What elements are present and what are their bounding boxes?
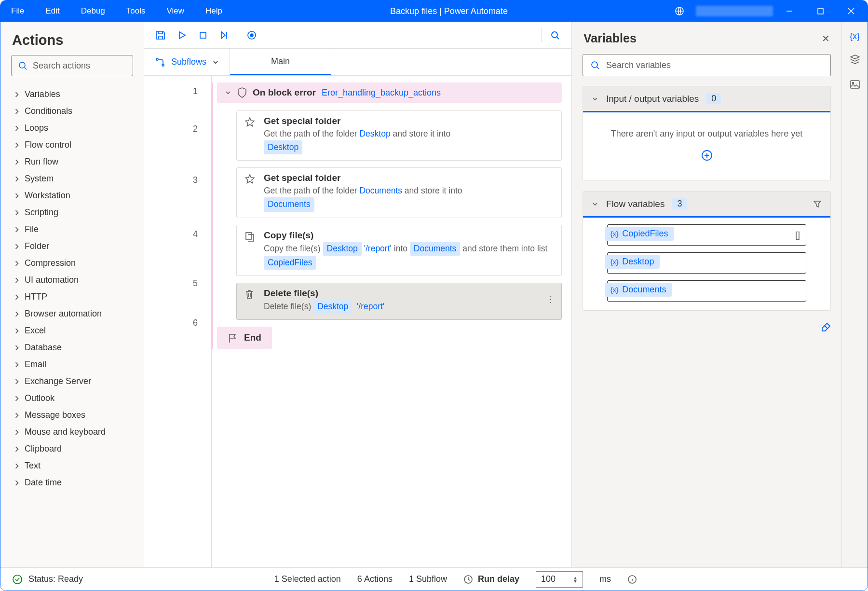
svg-point-5 bbox=[250, 34, 253, 37]
actions-search-placeholder: Search actions bbox=[33, 61, 90, 71]
run-button[interactable] bbox=[171, 25, 192, 46]
account-label[interactable] bbox=[696, 6, 773, 16]
chevron-right-icon bbox=[14, 480, 20, 486]
tree-label: Excel bbox=[25, 326, 46, 336]
step-button[interactable] bbox=[214, 25, 235, 46]
chevron-right-icon bbox=[14, 429, 20, 435]
on-block-error-header[interactable]: On block error Eror_handling_backup_acti… bbox=[217, 82, 562, 103]
tree-file[interactable]: File bbox=[0, 221, 144, 238]
close-variables-button[interactable]: ✕ bbox=[822, 33, 830, 44]
svg-rect-12 bbox=[851, 81, 859, 88]
chevron-right-icon bbox=[14, 159, 20, 165]
tree-date-time[interactable]: Date time bbox=[0, 474, 144, 491]
close-button[interactable] bbox=[837, 0, 866, 22]
rail-variables-button[interactable]: {x} bbox=[850, 31, 860, 41]
rail-images-button[interactable] bbox=[850, 80, 860, 92]
tree-label: Compression bbox=[25, 258, 76, 268]
search-flow-button[interactable] bbox=[544, 25, 566, 46]
tree-http[interactable]: HTTP bbox=[0, 289, 144, 305]
tree-variables[interactable]: Variables bbox=[0, 86, 144, 103]
tree-workstation[interactable]: Workstation bbox=[0, 187, 144, 204]
variables-search-placeholder: Search variables bbox=[606, 60, 671, 70]
step-get-special-folder-1[interactable]: Get special folder Get the path of the f… bbox=[236, 110, 562, 161]
clear-variables-button[interactable] bbox=[811, 321, 841, 340]
menu-debug[interactable]: Debug bbox=[70, 0, 116, 22]
minimize-button[interactable] bbox=[775, 0, 804, 22]
more-icon[interactable]: ⋮ bbox=[546, 294, 555, 304]
tree-text[interactable]: Text bbox=[0, 457, 144, 474]
actions-search[interactable]: Search actions bbox=[11, 55, 133, 76]
star-icon bbox=[244, 174, 255, 187]
chevron-right-icon bbox=[14, 92, 20, 97]
flow-var-documents[interactable]: {x}Documents bbox=[607, 280, 806, 302]
stop-button[interactable] bbox=[192, 25, 214, 46]
run-delay-label: Run delay bbox=[478, 574, 519, 584]
step-get-special-folder-2[interactable]: Get special folder Get the path of the f… bbox=[236, 167, 562, 218]
menu-file[interactable]: File bbox=[0, 0, 35, 22]
menu-tools[interactable]: Tools bbox=[116, 0, 156, 22]
subflow-icon bbox=[155, 57, 165, 68]
tree-scripting[interactable]: Scripting bbox=[0, 204, 144, 221]
flow-canvas[interactable]: 1 2 3 4 5 6 On block error Eror_handling… bbox=[144, 76, 571, 567]
info-icon[interactable] bbox=[627, 575, 637, 584]
tree-folder[interactable]: Folder bbox=[0, 238, 144, 255]
flow-variables-header[interactable]: Flow variables 3 bbox=[583, 192, 830, 218]
line-numbers: 1 2 3 4 5 6 bbox=[144, 76, 212, 567]
step-desc: Copy the file(s) Desktop '/report' into … bbox=[264, 242, 553, 270]
tree-system[interactable]: System bbox=[0, 170, 144, 187]
rail-layers-button[interactable] bbox=[850, 54, 860, 67]
tree-loops[interactable]: Loops bbox=[0, 120, 144, 137]
tree-exchange-server[interactable]: Exchange Server bbox=[0, 373, 144, 390]
flow-var-copiedfiles[interactable]: {x}CopiedFiles [] bbox=[607, 224, 806, 246]
trash-icon bbox=[244, 289, 254, 302]
tree-browser-automation[interactable]: Browser automation bbox=[0, 305, 144, 322]
tree-ui-automation[interactable]: UI automation bbox=[0, 272, 144, 289]
chevron-right-icon bbox=[14, 142, 20, 148]
step-title: Get special folder bbox=[264, 116, 553, 126]
tree-email[interactable]: Email bbox=[0, 356, 144, 373]
tree-clipboard[interactable]: Clipboard bbox=[0, 440, 144, 457]
stepper-icon[interactable]: ▲▼ bbox=[573, 576, 578, 583]
tree-conditionals[interactable]: Conditionals bbox=[0, 103, 144, 120]
subflows-dropdown[interactable]: Subflows bbox=[144, 49, 230, 75]
menu-view[interactable]: View bbox=[156, 0, 195, 22]
flow-var-desktop[interactable]: {x}Desktop bbox=[607, 252, 806, 274]
tree-compression[interactable]: Compression bbox=[0, 255, 144, 272]
globe-icon[interactable] bbox=[665, 0, 694, 22]
tree-run-flow[interactable]: Run flow bbox=[0, 153, 144, 170]
svg-rect-3 bbox=[200, 32, 206, 38]
tree-label: Folder bbox=[25, 241, 49, 251]
save-button[interactable] bbox=[150, 25, 171, 46]
block-handler-link[interactable]: Eror_handling_backup_actions bbox=[322, 88, 441, 98]
io-variables-header[interactable]: Input / output variables 0 bbox=[583, 86, 830, 112]
status-ready: Status: Ready bbox=[28, 574, 83, 584]
end-block[interactable]: End bbox=[217, 327, 272, 349]
menu-edit[interactable]: Edit bbox=[35, 0, 70, 22]
tree-excel[interactable]: Excel bbox=[0, 322, 144, 339]
menu-help[interactable]: Help bbox=[195, 0, 233, 22]
tree-database[interactable]: Database bbox=[0, 339, 144, 356]
svg-rect-1 bbox=[818, 9, 823, 14]
add-io-variable-button[interactable] bbox=[593, 150, 821, 164]
tree-label: Database bbox=[25, 343, 62, 353]
tree-outlook[interactable]: Outlook bbox=[0, 390, 144, 407]
eraser-icon bbox=[820, 321, 832, 333]
step-delete-files[interactable]: Delete file(s) Delete file(s) Desktop '/… bbox=[236, 283, 562, 320]
tree-mouse-keyboard[interactable]: Mouse and keyboard bbox=[0, 424, 144, 440]
step-copy-files[interactable]: Copy file(s) Copy the file(s) Desktop '/… bbox=[236, 225, 562, 276]
menu-bar: File Edit Debug Tools View Help bbox=[0, 0, 233, 22]
end-label: End bbox=[244, 332, 261, 343]
variables-search[interactable]: Search variables bbox=[583, 54, 831, 76]
tree-label: Browser automation bbox=[25, 309, 102, 319]
actions-tree[interactable]: Variables Conditionals Loops Flow contro… bbox=[0, 83, 144, 567]
maximize-button[interactable] bbox=[806, 0, 835, 22]
star-icon bbox=[244, 117, 255, 130]
tree-label: Clipboard bbox=[25, 444, 62, 454]
run-delay-input[interactable]: 100 ▲▼ bbox=[536, 571, 583, 588]
record-button[interactable] bbox=[241, 25, 262, 46]
var-value: [] bbox=[795, 230, 800, 240]
tree-flow-control[interactable]: Flow control bbox=[0, 137, 144, 153]
filter-icon[interactable] bbox=[813, 200, 822, 208]
tab-main[interactable]: Main bbox=[230, 49, 331, 75]
tree-message-boxes[interactable]: Message boxes bbox=[0, 407, 144, 424]
